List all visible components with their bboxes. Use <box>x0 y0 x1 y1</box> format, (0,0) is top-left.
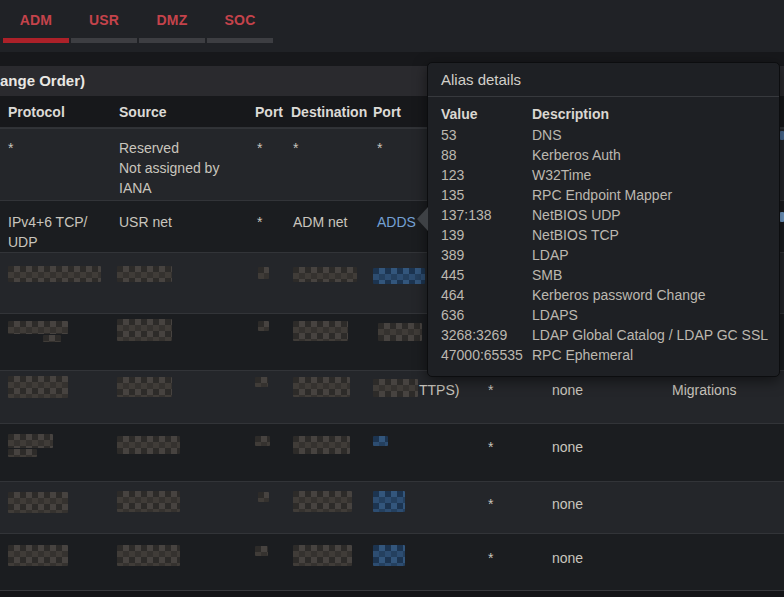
alias-value: 47000:65535 <box>441 345 523 365</box>
tab-adm-underline <box>3 38 69 43</box>
cell-source-line1: Reserved <box>119 138 179 158</box>
rule-row-5[interactable]: TTPS) * none Migrations <box>0 370 784 423</box>
alias-description: LDAP Global Catalog / LDAP GC SSL <box>532 325 768 345</box>
alias-description: LDAP <box>532 245 569 265</box>
cell-protocol: * <box>8 138 13 158</box>
cell-source-line2: Not assigned by <box>119 158 219 178</box>
alias-description: Kerberos Auth <box>532 145 621 165</box>
tab-soc-underline <box>207 38 273 43</box>
rule-row-8[interactable]: * none <box>0 533 784 590</box>
table-footer-bar <box>0 590 784 597</box>
redacted-cell <box>258 492 269 502</box>
alias-description: SMB <box>532 265 562 285</box>
tab-dmz[interactable]: DMZ <box>139 0 205 52</box>
cell-dest-port: * <box>377 138 382 158</box>
rule-row-6[interactable]: * none <box>0 423 784 481</box>
redacted-cell <box>117 436 180 454</box>
col-protocol: Protocol <box>8 104 65 120</box>
tab-soc[interactable]: SOC <box>207 0 273 52</box>
rule-row-7[interactable]: * none <box>0 481 784 533</box>
cell-source-port: * <box>257 138 262 158</box>
cell-source-port: * <box>257 212 262 232</box>
redacted-cell <box>8 545 68 566</box>
alias-description: LDAPS <box>532 305 578 325</box>
redacted-cell <box>378 323 422 341</box>
cell-destination: * <box>293 138 298 158</box>
alias-description: DNS <box>532 125 562 145</box>
alias-description: W32Time <box>532 165 591 185</box>
interface-tab-bar: ADM USR DMZ SOC <box>0 0 784 52</box>
col-dest-port: Port <box>373 104 401 120</box>
alias-description: RPC Ephemeral <box>532 345 633 365</box>
cell-protocol-line2: UDP <box>8 232 38 252</box>
divider <box>428 96 779 97</box>
section-title-text: ange Order) <box>0 72 85 89</box>
redacted-cell <box>293 545 352 566</box>
alias-value: 3268:3269 <box>441 325 507 345</box>
redacted-cell <box>117 491 180 512</box>
truncated-link-fragment <box>780 212 784 222</box>
col-source: Source <box>119 104 166 120</box>
tab-usr-underline <box>71 38 137 43</box>
alias-col-description: Description <box>532 104 609 124</box>
alias-value: 88 <box>441 145 457 165</box>
redacted-cell <box>8 434 53 448</box>
cell-gateway: * <box>488 437 493 457</box>
alias-col-value: Value <box>441 104 478 124</box>
tab-usr[interactable]: USR <box>71 0 137 52</box>
cell-gateway: * <box>488 548 493 568</box>
cell-dest-port-fragment: TTPS) <box>419 380 459 400</box>
redacted-cell <box>117 319 172 341</box>
redacted-cell <box>293 321 348 341</box>
redacted-cell <box>373 491 405 512</box>
redacted-cell <box>373 545 405 566</box>
alias-link-adds[interactable]: ADDS <box>377 212 416 232</box>
col-source-port: Port <box>255 104 283 120</box>
alias-value: 636 <box>441 305 464 325</box>
alias-description: NetBIOS TCP <box>532 225 619 245</box>
cell-source-line3: IANA <box>119 178 152 198</box>
alias-description: Kerberos password Change <box>532 285 706 305</box>
firewall-rules-screen: ADM USR DMZ SOC ange Order) Protocol Sou… <box>0 0 784 597</box>
redacted-cell <box>373 436 388 446</box>
redacted-cell <box>117 266 172 282</box>
redacted-cell <box>8 266 101 282</box>
tab-dmz-underline <box>139 38 205 43</box>
alias-value: 123 <box>441 165 464 185</box>
redacted-cell <box>293 267 357 282</box>
redacted-cell <box>373 379 418 397</box>
alias-description: NetBIOS UDP <box>532 205 621 225</box>
alias-value: 464 <box>441 285 464 305</box>
cell-gateway: * <box>488 380 493 400</box>
redacted-cell <box>293 436 350 454</box>
alias-value: 53 <box>441 125 457 145</box>
alias-details-popover: Alias details Value Description 53 DNS 8… <box>427 62 780 377</box>
redacted-cell <box>8 449 37 457</box>
redacted-cell <box>8 492 68 513</box>
cell-schedule: none <box>552 494 583 514</box>
alias-value: 139 <box>441 225 464 245</box>
alias-value: 137:138 <box>441 205 492 225</box>
cell-schedule: none <box>552 548 583 568</box>
redacted-cell <box>293 491 352 512</box>
popover-title: Alias details <box>441 71 521 88</box>
tab-soc-label: SOC <box>207 12 273 28</box>
popover-arrow-icon <box>417 207 428 231</box>
col-destination: Destination <box>291 104 367 120</box>
alias-value: 445 <box>441 265 464 285</box>
cell-gateway: * <box>488 494 493 514</box>
redacted-cell <box>8 376 68 398</box>
redacted-cell <box>117 377 172 397</box>
redacted-cell <box>255 377 268 387</box>
redacted-cell <box>117 545 180 566</box>
cell-schedule: none <box>552 437 583 457</box>
tab-usr-label: USR <box>71 12 137 28</box>
cell-description: Migrations <box>672 380 737 400</box>
alias-value: 389 <box>441 245 464 265</box>
redacted-cell <box>258 267 269 279</box>
cell-schedule: none <box>552 380 583 400</box>
cell-source: USR net <box>119 212 172 232</box>
redacted-cell <box>8 321 68 334</box>
tab-adm[interactable]: ADM <box>3 0 69 52</box>
cell-destination: ADM net <box>293 212 347 232</box>
